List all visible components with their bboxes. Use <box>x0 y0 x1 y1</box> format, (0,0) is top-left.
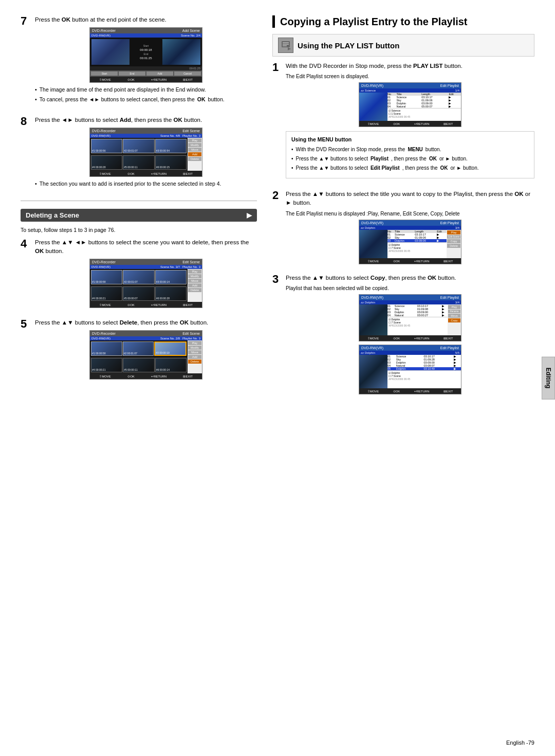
screen-8-footer-ok: ⊙OK <box>127 172 135 175</box>
r3a-btn-copy: Copy <box>448 318 460 322</box>
delete-5-btn-play: Play <box>188 341 201 345</box>
r3b-image <box>359 355 387 388</box>
r3a-table: 01 Science 03:10:17 ▶ 02 Sky 01:09:08 ▶ <box>387 304 448 317</box>
r1-title-bar: zz Science 1/4 <box>359 88 461 93</box>
r2-playlist-title: zz Dolphin <box>361 226 375 229</box>
step-7-bullet-2: To cancel, press the ◄► buttons to selec… <box>35 96 257 103</box>
delete-4-btn-play: Play <box>188 269 201 274</box>
r3b-page: 5/5 <box>455 351 459 354</box>
r1-header: DVD-RW(VR) Edit Playlist <box>359 83 461 88</box>
screen-7-time-end: 00:01:25 <box>140 57 152 60</box>
right-step-3-content: Press the ▲▼ buttons to select Copy, the… <box>286 274 534 398</box>
r2-btn-copy: Copy <box>447 239 460 243</box>
screen-7-time-display: Start 00:00:18 End 00:01:25 <box>131 39 161 65</box>
delete-5-footer-exit: ⊞EXIT <box>183 374 192 378</box>
r1-header-right: Edit Playlist <box>440 84 459 87</box>
r3a-footer: ⇧MOVE ⊙OK ↩RETURN ⊞EXIT <box>359 335 461 341</box>
screen-8-sidebar: Play Modify Move Add Delete <box>188 138 202 171</box>
delete-5-footer-return: ↩RETURN <box>151 374 166 378</box>
step-8: 8 Press the ◄► buttons to select Add, th… <box>21 116 257 193</box>
delete-section-header: Deleting a Scene ▶ <box>21 209 257 222</box>
right-step-2-number: 2 <box>272 190 282 201</box>
r2-title-bar: zz Dolphin 3/4 <box>359 226 461 230</box>
right-step-2: 2 Press the ▲▼ buttons to select the tit… <box>272 190 534 267</box>
r1-playlist-title: zz Science <box>361 89 376 92</box>
screen-7-footer: ⇧MOVE ⊙OK ↩RETURN ⊞EXIT <box>90 77 202 82</box>
screen-7-body: Start 00:00:18 End 00:01:25 <box>90 38 202 66</box>
screen-8-footer-return: ↩RETURN <box>151 172 166 175</box>
delete-5-scene-3-highlight: #3 00:00:19 <box>154 341 187 356</box>
screen-8-scenes: #1 00:00:56 #2 00:01:07 #3 00:00:54 #4 0… <box>90 138 188 171</box>
r2-footer: ⇧MOVE ⊙OK ↩RETURN ⊞EXIT <box>359 258 461 264</box>
step-8-bullets: The section you want to add is inserted … <box>35 180 257 188</box>
r3a-btn-move: Move <box>448 314 460 318</box>
delete-5-btn-move: Move <box>188 350 201 354</box>
r3b-header-right: Edit Playlist <box>440 346 459 350</box>
right-step-3-subtext: Playlist that has been selected will be … <box>286 285 534 291</box>
r2-header: DVD-RW(VR) Edit Playlist <box>359 220 461 226</box>
r1-image <box>359 93 387 121</box>
screen-7-subheader: DVD-RW(VR) Scene No. 2/4 <box>90 33 202 38</box>
r2-footer-exit: ⊞EXIT <box>443 259 453 263</box>
r3b-table-wrap: 01 Science 03:10:17 ▶ 02 Sky 01:09:28 ▶ <box>387 355 461 388</box>
left-divider-1 <box>21 201 257 201</box>
step-8-screen: DVD-Recorder Edit Scene DVD-RW(VR) Scene… <box>89 128 202 177</box>
delete-5-top-scenes: #1 00:00:58 #2 00:01:07 #3 00:00:19 <box>90 340 188 357</box>
page-footer: English -79 <box>506 740 534 746</box>
r1-table-wrap: No Title Length Edit 01 Science 03:10:17 <box>387 93 461 121</box>
screen-7-timer: 00:01:25 <box>90 66 202 70</box>
step-7-screen: DVD-Recorder Add Scene DVD-RW(VR) Scene … <box>89 27 202 83</box>
r3a-checkboxes: ☑ Dolphin ☐ 7 Scene APR23/2006 06:45 <box>387 317 448 328</box>
r3b-header: DVD-RW(VR) Edit Playlist <box>359 345 461 351</box>
r3a-page: 3/4 <box>455 301 459 304</box>
screen-7-img-end <box>162 39 200 65</box>
delete-step-4-number: 4 <box>21 238 31 249</box>
right-step-1-subtext: The Edit Playlist screen is displayed. <box>286 74 534 79</box>
screen-8-info: Scene No. 4/8 Playlist No. 3 <box>160 134 200 137</box>
delete-5-sub-left: DVD-RW(VR) <box>91 337 110 340</box>
screen-7-btn-start: Start <box>91 71 118 76</box>
right-step-1: 1 With the DVD Recorder in Stop mode, pr… <box>272 62 534 184</box>
screen-8-scene-5: #5 00:00:11 <box>123 155 154 170</box>
right-step-2-subtext: The Edit Playlist menu is displayed :Pla… <box>286 211 534 217</box>
r2-footer-move: ⇧MOVE <box>367 259 379 263</box>
step-7: 7 Press the OK button at the end point o… <box>21 15 257 109</box>
screen-8-header: DVD-Recorder Edit Scene <box>90 128 202 134</box>
delete-5-body: #1 00:00:58 #2 00:01:07 #3 00:00:19 #4 0… <box>90 340 202 373</box>
r2-body: No Title Length Edit 01 Science 03:10:17 <box>359 230 461 258</box>
r3b-footer-return: ↩RETURN <box>414 389 430 393</box>
r1-page: 1/4 <box>455 89 459 92</box>
screen-8-body: #1 00:00:56 #2 00:01:07 #3 00:00:54 #4 0… <box>90 138 202 171</box>
screen-8-scene-1: #1 00:00:56 <box>91 139 122 153</box>
svg-rect-3 <box>283 45 287 46</box>
right-step-3-number: 3 <box>272 274 282 285</box>
r3a-footer-ok: ⊙OK <box>393 336 400 340</box>
screen-8-footer: ⇧MOVE ⊙OK ↩RETURN ⊞EXIT <box>90 171 202 176</box>
r3a-footer-move: ⇧MOVE <box>367 336 379 340</box>
delete-4-sidebar: Play Modify Move Add Delete <box>188 269 202 302</box>
delete-4-scene-6: #6 00:00:28 <box>155 286 187 301</box>
delete-5-scene-6: #6 00:00:14 <box>155 358 187 372</box>
delete-step-4-content: Press the ▲▼ ◄► buttons to select the sc… <box>35 238 257 312</box>
screen-8-sub-left: DVD-RW(VR) <box>91 134 110 137</box>
delete-4-bottom-scenes: #4 00:00:21 #5 00:00:07 #6 00:00:28 <box>90 285 188 302</box>
r2-footer-return: ↩RETURN <box>414 259 430 263</box>
delete-4-footer-return: ↩RETURN <box>151 303 166 307</box>
screen-8-footer-move: ⇧MOVE <box>99 172 111 175</box>
screen-8-top-scenes: #1 00:00:56 #2 00:01:07 #3 00:00:54 <box>90 138 188 154</box>
delete-step-5: 5 Press the ▲▼ buttons to select Delete,… <box>21 318 257 383</box>
r2-image <box>359 230 387 258</box>
r3a-btn-rename: Rename <box>448 310 460 313</box>
screen-8-subheader: DVD-RW(VR) Scene No. 4/8 Playlist No. 3 <box>90 134 202 138</box>
delete-5-subheader: DVD-RW(VR) Scene No. 2/8 Playlist No. 3 <box>90 336 202 340</box>
r2-header-right: Edit Playlist <box>440 221 459 225</box>
delete-5-bottom-scenes: #4 00:00:21 #5 00:00:11 #6 00:00:14 <box>90 357 188 373</box>
delete-4-info: Scene No. 3/7 Playlist No. 3 <box>160 265 200 268</box>
delete-4-scene-3: #3 00:00:14 <box>155 270 187 284</box>
r2-table-wrap: No Title Length Edit 01 Science 03:10:17 <box>387 230 447 258</box>
r1-row-4: 04 Natural 05:00:07 ▶ <box>387 105 461 108</box>
screen-7-footer-ok: ⊙OK <box>127 78 135 81</box>
delete-4-footer-move: ⇧MOVE <box>99 303 111 307</box>
screen-8-footer-exit: ⊞EXIT <box>183 172 192 175</box>
r3b-table: 01 Science 03:10:17 ▶ 02 Sky 01:09:28 ▶ <box>387 355 461 370</box>
